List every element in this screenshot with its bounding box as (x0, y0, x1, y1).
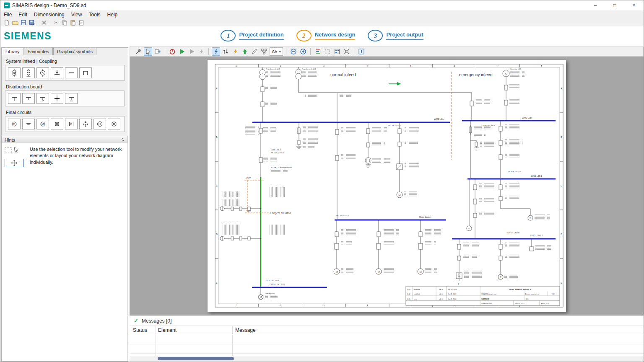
short-circuit-tool-icon[interactable] (212, 47, 220, 56)
select-tool-icon[interactable] (144, 47, 152, 56)
upstream-icon[interactable] (241, 47, 249, 56)
svg-text:M: M (420, 271, 422, 273)
open-folder-icon[interactable] (11, 19, 19, 26)
page-size-dropdown[interactable]: A5 ▾ (270, 47, 283, 56)
page-size-value: A5 (272, 49, 277, 54)
scrollbar-thumb[interactable] (158, 357, 234, 360)
layers-legend-icon[interactable] (314, 47, 322, 56)
step-project-definition[interactable]: 1 Project definition (221, 30, 283, 41)
lighting-icon[interactable] (108, 119, 120, 129)
svg-text:TN-C Un = 400 V: TN-C Un = 400 V (271, 152, 284, 154)
generator-icon[interactable] (36, 67, 49, 78)
motor-starters-label: Motor Starters (419, 216, 431, 218)
info-icon[interactable] (357, 47, 366, 56)
column-element[interactable]: Element (158, 327, 177, 333)
column-divider[interactable] (156, 326, 156, 356)
tab-favourites[interactable]: Favourites (24, 48, 53, 55)
delete-icon[interactable] (40, 19, 48, 26)
motor-circuit-icon[interactable]: M (36, 119, 49, 129)
bus-lvsd-l1a1181 (252, 287, 327, 288)
charging-point-icon[interactable] (79, 119, 92, 129)
bus-label-lvsd-l1b17: LVSD L.1B.1.7 (530, 235, 543, 237)
align-objects-icon[interactable] (333, 47, 341, 56)
move-tool-icon (5, 159, 24, 167)
dummy-load-label: Dummy load (265, 292, 274, 295)
svg-text:1/2: 1/2 (552, 293, 554, 295)
minimize-button[interactable]: – (586, 0, 605, 10)
svg-text:L.E.: L.E. (526, 298, 529, 300)
fault-tool-icon[interactable] (197, 47, 205, 56)
edit-diagram-icon[interactable] (250, 47, 259, 56)
project-name: Demo_SIMARIS_design_9 (509, 288, 531, 290)
bus-lvmd-l1a (252, 122, 450, 123)
step-calculation-icon[interactable] (187, 47, 196, 56)
drawing-canvas[interactable]: 1 2 3 4 5 6 7 8 1 2 3 4 5 6 7 8 A (130, 57, 644, 315)
busbar-comb-icon[interactable] (22, 93, 35, 104)
hints-panel: Hints Use the selection tool to modify y… (2, 136, 128, 361)
energy-bolt-icon[interactable] (231, 47, 239, 56)
bus-motor-starters (335, 220, 446, 221)
distribution-group (5, 90, 125, 106)
schematic-page[interactable]: 1 2 3 4 5 6 7 8 1 2 3 4 5 6 7 8 A (208, 60, 566, 312)
collapse-icon[interactable] (121, 137, 125, 142)
cut-icon[interactable]: ✂ (52, 19, 60, 26)
close-button[interactable]: × (624, 0, 644, 10)
fire-area-label: Longest fire area (270, 212, 291, 215)
column-divider[interactable] (232, 326, 233, 356)
menu-file[interactable]: File (0, 10, 15, 18)
power-off-icon[interactable] (168, 47, 177, 56)
run-calculation-icon[interactable] (178, 47, 186, 56)
capacitor-icon[interactable] (93, 119, 106, 129)
zoom-in-icon[interactable] (299, 47, 307, 56)
library-panel: Library Favourites Graphic/ symbols Syst… (1, 47, 128, 362)
menu-view[interactable]: View (68, 10, 86, 18)
coupling-bracket-icon[interactable] (79, 67, 92, 78)
menu-tools[interactable]: Tools (86, 10, 104, 18)
svg-text:3~: 3~ (458, 282, 460, 285)
svg-text:G: G (505, 72, 507, 75)
clipboard-icon[interactable] (78, 19, 85, 26)
system-infeed-icon[interactable] (51, 67, 63, 78)
svg-text:3: 3 (323, 65, 325, 67)
busbar-meter-icon[interactable] (65, 93, 78, 104)
socket-circuit-icon[interactable]: P (8, 119, 21, 129)
pan-tool-icon[interactable] (153, 47, 162, 56)
column-status[interactable]: Status (133, 327, 147, 333)
copy-icon[interactable] (61, 19, 68, 26)
busbar-tap-icon[interactable] (36, 93, 49, 104)
step-network-design[interactable]: 2 Network design (296, 30, 356, 41)
single-line-diagram: 1 2 3 4 5 6 7 8 1 2 3 4 5 6 7 8 A (208, 60, 566, 312)
horizontal-scrollbar[interactable] (130, 356, 644, 362)
bus-label-lvmd-l1b: LVMD L.1B (522, 117, 532, 119)
menu-bar: File Edit Dimensioning View Tools Help (0, 10, 644, 18)
tab-graphic-symbols[interactable]: Graphic/ symbols (53, 48, 96, 55)
save-icon[interactable] (20, 19, 27, 26)
fit-view-icon[interactable] (343, 47, 351, 56)
dummy-load-icon[interactable] (51, 119, 63, 129)
menu-help[interactable]: Help (104, 10, 121, 18)
zoom-out-icon[interactable] (289, 47, 298, 56)
network-view-icon[interactable] (260, 47, 268, 56)
busbar-through-icon[interactable] (51, 93, 63, 104)
socket-outlet-icon[interactable]: P (65, 119, 78, 129)
menu-edit[interactable]: Edit (15, 10, 31, 18)
step-2-label: Network design (315, 31, 356, 40)
busbar-single-icon[interactable] (8, 93, 21, 104)
transformer-icon[interactable] (8, 67, 21, 78)
save-as-icon[interactable] (28, 19, 36, 26)
step-project-output[interactable]: 3 Project output (368, 30, 423, 41)
pin-tool-icon[interactable] (134, 47, 143, 56)
column-message[interactable]: Message (235, 327, 256, 333)
menu-dimensioning[interactable]: Dimensioning (31, 10, 68, 18)
transformer-2-icon[interactable] (22, 67, 35, 78)
svg-text:7: 7 (497, 65, 499, 67)
final-distribution-icon[interactable] (22, 119, 35, 129)
svg-text:P: P (70, 123, 72, 126)
sort-arrows-icon[interactable] (221, 47, 230, 56)
new-document-icon[interactable] (3, 19, 10, 26)
maximize-button[interactable]: □ (605, 0, 624, 10)
paste-icon[interactable] (69, 19, 77, 26)
coupling-icon[interactable] (65, 67, 78, 78)
tab-library[interactable]: Library (2, 48, 23, 55)
select-area-icon[interactable] (323, 47, 332, 56)
